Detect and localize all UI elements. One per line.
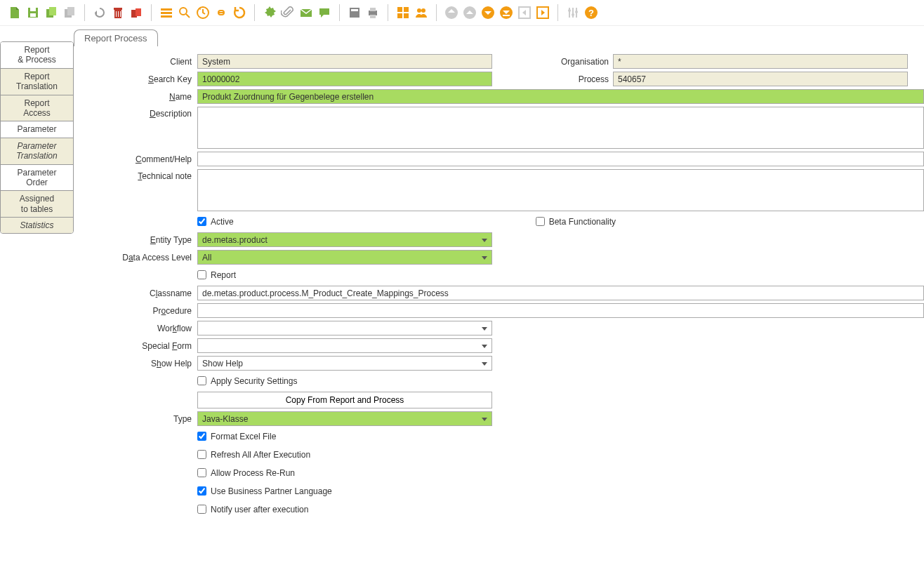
refresh-all-checkbox[interactable] <box>197 450 206 459</box>
format-excel-label: Format Excel File <box>211 432 276 441</box>
sidebar-item-label: Access <box>23 108 51 118</box>
grid-icon[interactable] <box>159 5 174 20</box>
copy-from-button[interactable]: Copy From Report and Process <box>197 392 492 408</box>
show-help-dropdown[interactable]: Show Help <box>197 356 492 371</box>
svg-rect-25 <box>370 8 376 11</box>
allow-rerun-label: Allow Process Re-Run <box>211 468 295 478</box>
svg-rect-1 <box>30 13 36 17</box>
refresh-icon[interactable] <box>232 5 247 20</box>
svg-rect-5 <box>67 7 74 15</box>
apply-security-checkbox[interactable] <box>197 376 206 385</box>
svg-rect-0 <box>30 8 36 11</box>
allow-rerun-checkbox[interactable] <box>197 468 206 477</box>
history-icon[interactable] <box>195 5 211 20</box>
technical-note-label: Technical note <box>74 169 193 181</box>
print-icon[interactable] <box>365 5 381 20</box>
dropdown-value: Show Help <box>202 359 243 368</box>
sidebar-item-parameter-order[interactable]: Parameter Order <box>1 165 73 192</box>
sidebar-item-label: Parameter <box>17 141 56 151</box>
name-field[interactable] <box>197 89 924 104</box>
comment-field[interactable] <box>197 152 924 166</box>
gear-icon[interactable] <box>262 5 277 20</box>
active-checkbox[interactable] <box>197 217 206 226</box>
description-field[interactable] <box>197 107 924 149</box>
organisation-field[interactable] <box>613 54 908 69</box>
up-icon <box>462 5 477 20</box>
sidebar-item-parameter-translation[interactable]: Parameter Translation <box>1 138 73 165</box>
notify-user-checkbox[interactable] <box>197 505 206 514</box>
sidebar-item-label: Report <box>24 98 49 108</box>
svg-point-45 <box>575 11 578 13</box>
search-key-field[interactable] <box>197 72 492 86</box>
sidebar-item-report-process[interactable]: Report & Process <box>1 42 73 69</box>
sidebar-item-label: Report <box>24 45 49 55</box>
svg-point-32 <box>421 8 425 13</box>
procedure-label: Procedure <box>74 306 193 316</box>
preferences-icon <box>565 5 581 20</box>
new-icon[interactable] <box>7 5 22 20</box>
sidebar-item-report-access[interactable]: Report Access <box>1 95 73 122</box>
delete-icon[interactable] <box>110 5 126 20</box>
separator <box>254 4 255 21</box>
chat-icon[interactable] <box>317 5 332 20</box>
svg-rect-13 <box>161 8 172 11</box>
search-icon[interactable] <box>177 5 192 20</box>
next-icon[interactable] <box>535 5 550 20</box>
separator <box>436 4 437 21</box>
process-field[interactable] <box>613 72 908 86</box>
undo-icon[interactable] <box>92 5 107 20</box>
mail-icon[interactable] <box>298 5 314 20</box>
format-excel-checkbox[interactable] <box>197 432 206 441</box>
tab-report-process[interactable]: Report Process <box>74 29 158 46</box>
sidebar-item-label: Statistics <box>20 220 53 230</box>
client-field[interactable] <box>197 54 492 69</box>
procedure-field[interactable] <box>197 303 924 318</box>
copy-icon[interactable] <box>44 5 59 20</box>
save-icon[interactable] <box>25 5 41 20</box>
attachment-icon[interactable] <box>280 5 296 20</box>
sidebar-item-statistics[interactable]: Statistics <box>1 218 73 233</box>
organisation-label: Organisation <box>524 57 609 67</box>
down-icon[interactable] <box>480 5 496 20</box>
svg-rect-12 <box>136 8 141 16</box>
svg-text:?: ? <box>588 8 594 18</box>
name-label: Name <box>74 92 193 102</box>
form-area: Client Organisation Search Key Process N… <box>74 47 924 534</box>
classname-field[interactable] <box>197 286 924 300</box>
link-icon[interactable] <box>213 5 229 20</box>
sidebar-item-parameter[interactable]: Parameter <box>1 121 73 138</box>
entity-type-dropdown[interactable]: de.metas.product <box>197 232 492 247</box>
sidebar-item-report-translation[interactable]: Report Translation <box>1 69 73 95</box>
delete-all-icon[interactable] <box>128 5 144 20</box>
data-access-dropdown[interactable]: All <box>197 250 492 265</box>
client-label: Client <box>74 57 193 67</box>
process-label: Process <box>524 74 609 84</box>
sidebar-item-label: Order <box>26 178 48 187</box>
archive-icon[interactable] <box>347 5 362 20</box>
apps-icon[interactable] <box>395 5 411 20</box>
separator <box>339 4 340 21</box>
svg-rect-26 <box>370 15 376 18</box>
users-icon[interactable] <box>414 5 429 20</box>
sidebar-item-label: to tables <box>21 204 53 214</box>
report-checkbox[interactable] <box>197 270 206 279</box>
last-icon[interactable] <box>499 5 514 20</box>
use-bp-lang-checkbox[interactable] <box>197 486 206 496</box>
sidebar-item-label: & Process <box>18 55 56 65</box>
sidebar-item-label: Assigned <box>20 194 54 204</box>
sidebar-tabs: Report & Process Report Translation Repo… <box>0 41 74 234</box>
report-label: Report <box>211 270 236 280</box>
help-icon[interactable]: ? <box>583 5 599 20</box>
prev-icon <box>517 5 532 20</box>
dropdown-value: Java-Klasse <box>202 414 248 424</box>
sidebar-item-assigned-tables[interactable]: Assigned to tables <box>1 191 73 218</box>
apply-security-label: Apply Security Settings <box>211 376 297 386</box>
special-form-dropdown[interactable] <box>197 338 492 353</box>
beta-checkbox[interactable] <box>536 217 545 226</box>
technical-note-field[interactable] <box>197 169 924 211</box>
svg-rect-30 <box>404 13 409 18</box>
workflow-dropdown[interactable] <box>197 321 492 335</box>
refresh-all-label: Refresh All After Execution <box>211 450 310 460</box>
separator <box>84 4 85 21</box>
type-dropdown[interactable]: Java-Klasse <box>197 411 492 426</box>
